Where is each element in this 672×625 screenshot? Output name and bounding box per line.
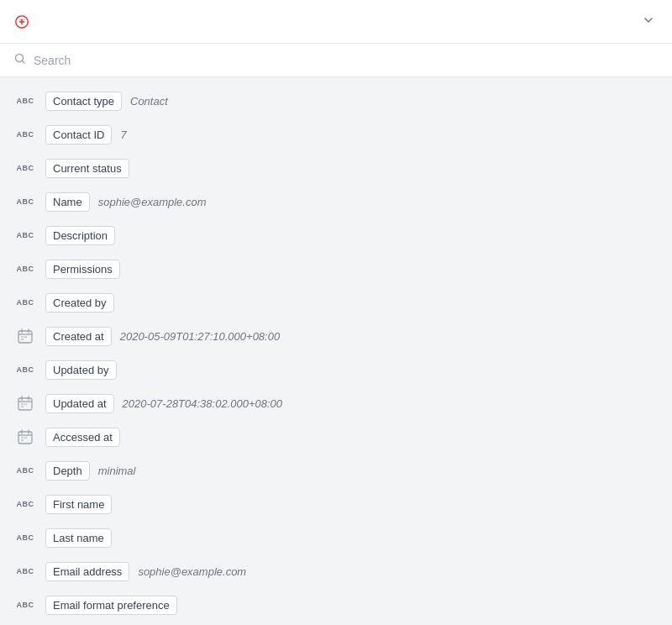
list-item: ABCDescription — [0, 218, 672, 252]
field-label[interactable]: Last name — [45, 528, 112, 548]
field-value: 7 — [120, 129, 126, 141]
items-list: ABCContact typeContactABCContact ID7ABCC… — [0, 77, 672, 625]
svg-rect-24 — [21, 437, 24, 439]
field-value: minimal — [98, 465, 136, 477]
main-container: ABCContact typeContactABCContact ID7ABCC… — [0, 0, 672, 625]
list-item: ABCDepthminimal — [0, 454, 672, 487]
svg-line-5 — [22, 60, 24, 63]
text-type-badge: ABC — [13, 365, 37, 374]
svg-rect-19 — [21, 406, 24, 407]
list-item: Updated at2020-07-28T04:38:02.000+08:00 — [0, 386, 672, 420]
text-type-badge: ABC — [13, 298, 37, 307]
search-bar — [0, 44, 672, 77]
svg-rect-26 — [21, 439, 24, 441]
text-type-badge: ABC — [13, 533, 37, 542]
field-label[interactable]: Name — [45, 192, 90, 212]
calendar-type-badge — [13, 395, 37, 412]
field-label[interactable]: Contact ID — [45, 125, 112, 144]
field-label[interactable]: First name — [45, 495, 112, 514]
field-label[interactable]: Description — [45, 226, 115, 245]
field-label[interactable]: Email format preference — [45, 596, 177, 615]
list-item: ABCLast name — [0, 521, 672, 554]
field-value: sophie@example.com — [138, 565, 246, 578]
list-item: ABCCurrent status — [0, 151, 672, 185]
text-type-badge: ABC — [13, 500, 37, 508]
field-label[interactable]: Created by — [45, 293, 114, 312]
text-type-badge: ABC — [13, 97, 37, 105]
text-type-badge: ABC — [13, 197, 37, 206]
list-item: ABCUpdated by — [0, 353, 672, 386]
field-label[interactable]: Current status — [45, 159, 129, 178]
list-item: ABCContact typeContact — [0, 84, 672, 118]
text-type-badge: ABC — [13, 164, 37, 172]
list-item: ABCNamesophie@example.com — [0, 185, 672, 218]
list-item: ABCFirst name — [0, 487, 672, 521]
field-value: Contact — [130, 95, 168, 108]
collapse-button[interactable] — [638, 10, 659, 33]
list-item: Created at2020-05-09T01:27:10.000+08:00 — [0, 319, 672, 353]
field-label[interactable]: Created at — [45, 327, 112, 346]
field-label[interactable]: Depth — [45, 461, 90, 481]
svg-rect-18 — [24, 403, 27, 405]
field-label[interactable]: Permissions — [45, 260, 120, 279]
field-value: 2020-05-09T01:27:10.000+08:00 — [120, 330, 280, 343]
svg-rect-11 — [24, 336, 27, 338]
text-type-badge: ABC — [13, 466, 37, 475]
list-item: ABCPermissions — [0, 252, 672, 286]
list-item: ABCEmail addresssophie@example.com — [0, 554, 672, 588]
text-type-badge: ABC — [13, 601, 37, 609]
field-label[interactable]: Email address — [45, 562, 129, 581]
search-input[interactable] — [34, 54, 659, 67]
field-label[interactable]: Updated by — [45, 360, 117, 380]
svg-rect-17 — [21, 403, 24, 405]
svg-rect-10 — [21, 336, 24, 338]
text-type-badge: ABC — [13, 265, 37, 273]
list-item: ABCEmail format preference — [0, 588, 672, 622]
field-value: sophie@example.com — [98, 196, 207, 208]
step-icon — [13, 13, 30, 30]
text-type-badge: ABC — [13, 130, 37, 139]
svg-rect-12 — [21, 339, 24, 340]
search-icon — [13, 52, 27, 68]
header-left — [13, 13, 44, 30]
field-label[interactable]: Contact type — [45, 92, 122, 111]
text-type-badge: ABC — [13, 567, 37, 575]
calendar-type-badge — [13, 328, 37, 344]
calendar-type-badge — [13, 428, 37, 445]
list-item: ABCCreated by — [0, 286, 672, 319]
list-item: ABCContact ID7 — [0, 118, 672, 151]
text-type-badge: ABC — [13, 231, 37, 239]
field-value: 2020-07-28T04:38:02.000+08:00 — [123, 397, 282, 410]
field-label[interactable]: Updated at — [45, 394, 114, 413]
svg-rect-25 — [24, 437, 27, 439]
list-item: Accessed at — [0, 420, 672, 454]
field-label[interactable]: Accessed at — [45, 428, 120, 447]
header — [0, 0, 672, 44]
